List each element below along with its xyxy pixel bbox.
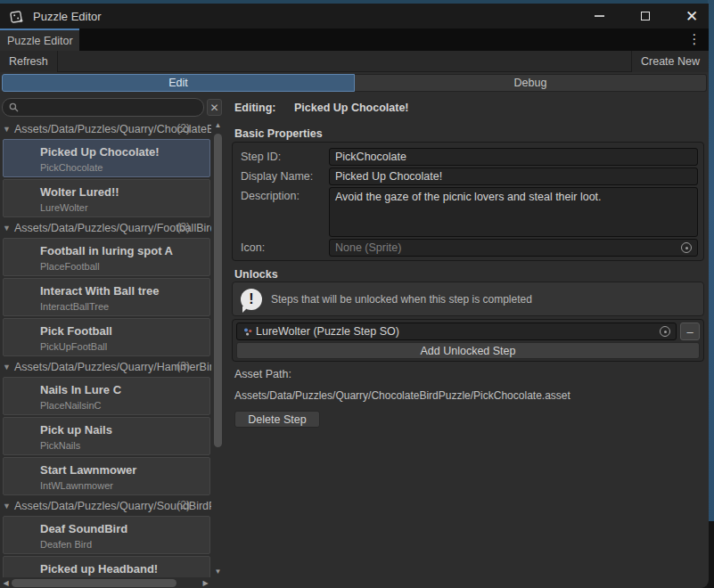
vertical-scrollbar[interactable]: ▲ ▼	[212, 119, 224, 577]
step-id: PlaceFootball	[40, 261, 209, 272]
foldout-triangle-icon: ▼	[3, 125, 11, 134]
icon-object-field[interactable]: None (Sprite)	[329, 239, 698, 257]
horizontal-scrollbar[interactable]: ◀ ▶	[0, 577, 211, 588]
group-header-hammer[interactable]: ▼ Assets/Data/Puzzles/Quarry/HammerBirdP…	[0, 358, 211, 375]
toolbar: Refresh Create New	[0, 51, 709, 72]
list-item-lure-wolter[interactable]: Wolter Lured!! LureWolter	[3, 179, 210, 217]
group-count-badge: (2)	[176, 122, 190, 135]
foldout-triangle-icon: ▼	[3, 224, 11, 233]
dice-window-icon	[10, 9, 25, 24]
step-id: PlaceNailsinC	[40, 400, 209, 411]
list-item-pick-chocolate[interactable]: Picked Up Chocolate! PickChocolate	[3, 139, 210, 177]
list-item-picked-headband[interactable]: Picked up Headband!	[3, 556, 210, 577]
display-name-field[interactable]: Picked Up Chocolate!	[329, 167, 698, 185]
scroll-left-icon[interactable]: ◀	[0, 577, 12, 588]
group-header-soundbird[interactable]: ▼ Assets/Data/Puzzles/Quarry/SoundBirdPu…	[0, 497, 211, 514]
add-unlocked-step-button[interactable]: Add Unlocked Step	[236, 342, 700, 359]
maximize-button[interactable]	[636, 6, 655, 26]
group-count-badge: (2)	[176, 499, 190, 511]
create-new-button[interactable]: Create New	[631, 51, 709, 72]
scriptable-object-icon	[242, 326, 254, 338]
step-title: Deaf SoundBird	[40, 522, 209, 535]
minimize-icon	[595, 15, 604, 17]
step-id: LureWolter	[40, 202, 209, 213]
minimize-button[interactable]	[589, 6, 609, 26]
scroll-right-icon[interactable]: ▶	[200, 577, 211, 588]
tab-puzzle-editor[interactable]: Puzzle Editor	[0, 29, 79, 51]
group-header-football[interactable]: ▼ Assets/Data/Puzzles/Quarry/FootballBir…	[0, 219, 211, 236]
tab-edit[interactable]: Edit	[2, 74, 355, 92]
display-name-label: Display Name:	[238, 167, 327, 185]
scroll-up-icon[interactable]: ▲	[212, 119, 224, 131]
refresh-button[interactable]: Refresh	[0, 51, 58, 72]
description-label: Description:	[238, 187, 327, 237]
mode-tabs: Edit Debug	[2, 74, 707, 92]
vertical-scrollbar-thumb[interactable]	[214, 134, 222, 447]
desktop-right-strip	[708, 0, 714, 521]
description-field[interactable]: Avoid the gaze of the picnic lovers and …	[329, 187, 698, 237]
group-count-badge: (3)	[176, 360, 190, 372]
desktop-background: Puzzle Editor ✕ Puzzle Editor ⋮ Refresh …	[0, 0, 714, 588]
unlocks-help-text: Steps that will be unlocked when this st…	[271, 293, 532, 306]
step-title: Start Lawnmower	[40, 463, 209, 477]
list-item-deafen-bird[interactable]: Deaf SoundBird Deafen Bird	[3, 516, 210, 554]
step-id: PickUpFootBall	[40, 341, 209, 352]
list-item-pick-nails[interactable]: Pick up Nails PickNails	[3, 417, 210, 455]
step-title: Picked up Headband!	[40, 562, 209, 576]
sidebar: ✕ ▼ Assets/Data/Puzzles/Quarry/Chocolate…	[0, 94, 225, 588]
close-button[interactable]: ✕	[682, 6, 702, 26]
puzzle-editor-window: Puzzle Editor ✕ Puzzle Editor ⋮ Refresh …	[0, 4, 709, 588]
step-title: Pick Football	[40, 324, 209, 338]
icon-label: Icon:	[238, 239, 327, 257]
horizontal-scrollbar-thumb[interactable]	[12, 579, 176, 587]
asset-path-label: Asset Path:	[234, 368, 291, 380]
step-title: Football in luring spot A	[40, 244, 209, 257]
unlock-object-label: LureWolter (Puzzle Step SO)	[256, 325, 399, 338]
basic-properties-header: Basic Properties	[234, 127, 323, 140]
remove-unlock-button[interactable]: –	[680, 323, 700, 340]
tab-debug[interactable]: Debug	[355, 74, 707, 92]
unlocks-header: Unlocks	[234, 268, 278, 281]
search-clear-button[interactable]: ✕	[207, 99, 222, 116]
info-icon: !	[241, 289, 262, 310]
object-picker-icon[interactable]	[681, 242, 692, 253]
list-item-pick-football[interactable]: Pick Football PickUpFootBall	[3, 318, 210, 356]
step-title: Pick up Nails	[40, 423, 209, 437]
maximize-icon	[641, 12, 650, 20]
step-title: Nails In Lure C	[40, 383, 209, 396]
delete-step-button[interactable]: Delete Step	[234, 411, 320, 428]
basic-properties-box: Step ID: PickChocolate Display Name: Pic…	[232, 142, 704, 261]
object-picker-icon[interactable]	[660, 326, 670, 337]
list-item-place-nails[interactable]: Nails In Lure C PlaceNailsinC	[3, 377, 210, 415]
tab-label: Puzzle Editor	[7, 35, 73, 47]
close-icon: ✕	[685, 9, 698, 24]
editing-label: Editing:	[234, 102, 276, 114]
step-title: Picked Up Chocolate!	[40, 145, 209, 159]
step-id-field[interactable]: PickChocolate	[329, 148, 698, 166]
scroll-down-icon[interactable]: ▼	[212, 566, 224, 577]
list-item-place-football[interactable]: Football in luring spot A PlaceFootball	[3, 238, 210, 276]
step-id: PickChocolate	[40, 162, 209, 173]
unlocks-list-box: LureWolter (Puzzle Step SO) – Add Unlock…	[232, 319, 704, 362]
step-title: Interact With Ball tree	[40, 284, 209, 298]
step-editor-panel: Editing: Picked Up Chocolate! Basic Prop…	[225, 94, 707, 588]
puzzle-step-list: ▼ Assets/Data/Puzzles/Quarry/ChocolateBi…	[0, 119, 211, 577]
step-id: PickNails	[40, 440, 209, 451]
step-id: Deafen Bird	[40, 539, 209, 550]
kebab-menu-icon[interactable]: ⋮	[687, 31, 702, 47]
asset-path-value: Assets/Data/Puzzles/Quarry/ChocolateBird…	[234, 389, 570, 402]
search-input[interactable]	[2, 98, 204, 117]
group-count-badge: (3)	[176, 221, 190, 233]
group-header-chocolate[interactable]: ▼ Assets/Data/Puzzles/Quarry/ChocolateBi…	[0, 120, 211, 137]
step-id: InteractBallTree	[40, 301, 209, 312]
list-item-start-lawnmower[interactable]: Start Lawnmower IntWLawnmower	[3, 457, 210, 495]
list-item-interact-ball-tree[interactable]: Interact With Ball tree InteractBallTree	[3, 278, 210, 316]
step-id-label: Step ID:	[238, 148, 327, 166]
title-bar[interactable]: Puzzle Editor ✕	[0, 4, 709, 29]
search-icon	[9, 102, 19, 112]
desktop-right-dark-strip	[708, 521, 714, 588]
window-title: Puzzle Editor	[33, 10, 102, 23]
step-id: IntWLawnmower	[40, 480, 209, 491]
tab-bar: Puzzle Editor ⋮	[0, 29, 709, 51]
unlock-object-field[interactable]: LureWolter (Puzzle Step SO)	[236, 323, 677, 340]
